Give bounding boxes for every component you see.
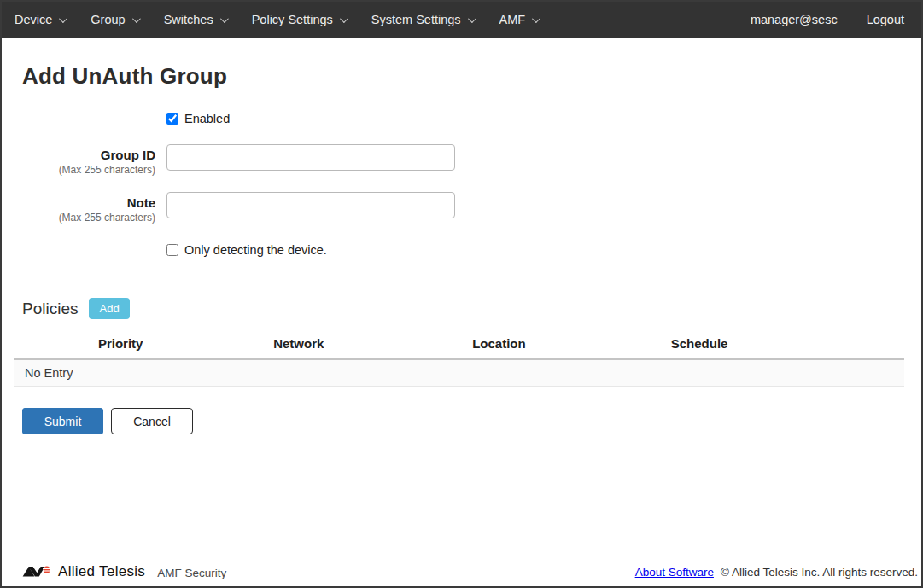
note-label-block: Note (Max 255 characters) bbox=[22, 192, 155, 224]
enabled-row: Enabled bbox=[166, 112, 921, 125]
nav-item-label: Policy Settings bbox=[252, 13, 333, 26]
top-navbar: Device Group Switches Policy Settings Sy… bbox=[2, 2, 921, 38]
column-header-location: Location bbox=[370, 329, 628, 359]
logout-button[interactable]: Logout bbox=[867, 13, 909, 26]
column-header-network: Network bbox=[227, 329, 370, 359]
chevron-down-icon bbox=[532, 15, 540, 23]
cancel-button[interactable]: Cancel bbox=[111, 408, 193, 434]
page-title: Add UnAuth Group bbox=[22, 63, 921, 90]
note-input[interactable] bbox=[166, 192, 455, 218]
nav-item-system-settings[interactable]: System Settings bbox=[359, 2, 487, 38]
nav-item-amf[interactable]: AMF bbox=[487, 2, 552, 38]
only-detecting-row: Only detecting the device. bbox=[166, 243, 921, 257]
add-policy-button[interactable]: Add bbox=[89, 298, 129, 319]
chevron-down-icon bbox=[59, 15, 67, 23]
note-hint: (Max 255 characters) bbox=[22, 211, 155, 224]
nav-item-label: Group bbox=[91, 13, 125, 26]
allied-telesis-logo-icon bbox=[22, 563, 53, 580]
note-label: Note bbox=[22, 195, 155, 211]
footer-links: About Software © Allied Telesis Inc. All… bbox=[635, 566, 918, 579]
nav-item-device[interactable]: Device bbox=[2, 2, 78, 38]
enabled-checkbox[interactable] bbox=[166, 113, 178, 125]
submit-button[interactable]: Submit bbox=[22, 408, 103, 434]
chevron-down-icon bbox=[220, 15, 229, 23]
no-entry-cell: No Entry bbox=[14, 359, 904, 387]
form-actions: Submit Cancel bbox=[22, 408, 921, 434]
unauth-group-form: Enabled Group ID (Max 255 characters) No… bbox=[22, 112, 921, 257]
product-name: AMF Security bbox=[157, 564, 226, 579]
group-id-hint: (Max 255 characters) bbox=[22, 163, 155, 177]
page-footer: Allied Telesis AMF Security About Softwa… bbox=[2, 559, 921, 586]
column-header-schedule: Schedule bbox=[628, 329, 771, 359]
nav-item-label: Device bbox=[15, 13, 52, 26]
navbar-menu: Device Group Switches Policy Settings Sy… bbox=[2, 2, 551, 38]
policies-table: Priority Network Location Schedule No En… bbox=[14, 329, 904, 387]
policies-section-header: Policies Add bbox=[22, 298, 921, 319]
enabled-label[interactable]: Enabled bbox=[184, 112, 230, 125]
table-empty-row: No Entry bbox=[14, 359, 904, 387]
nav-item-switches[interactable]: Switches bbox=[151, 2, 239, 38]
nav-item-group[interactable]: Group bbox=[78, 2, 150, 38]
nav-item-label: AMF bbox=[499, 13, 526, 26]
only-detecting-checkbox[interactable] bbox=[166, 244, 178, 256]
group-id-label-block: Group ID (Max 255 characters) bbox=[22, 144, 155, 177]
nav-item-label: System Settings bbox=[371, 13, 461, 26]
group-id-label: Group ID bbox=[22, 148, 155, 163]
column-header-priority: Priority bbox=[14, 329, 227, 359]
group-id-input[interactable] bbox=[166, 144, 455, 171]
nav-item-label: Switches bbox=[164, 13, 213, 26]
column-header-actions bbox=[771, 329, 904, 359]
only-detecting-label[interactable]: Only detecting the device. bbox=[184, 243, 327, 257]
nav-item-policy-settings[interactable]: Policy Settings bbox=[239, 2, 359, 38]
footer-brand: Allied Telesis AMF Security bbox=[22, 563, 226, 580]
policies-heading: Policies bbox=[22, 300, 78, 318]
copyright-text: © Allied Telesis Inc. All rights reserve… bbox=[721, 566, 918, 579]
policies-table-header-row: Priority Network Location Schedule bbox=[14, 329, 904, 359]
logged-in-user: manager@sesc bbox=[751, 13, 838, 26]
main-content: Add UnAuth Group Enabled Group ID (Max 2… bbox=[2, 63, 921, 434]
chevron-down-icon bbox=[132, 15, 141, 23]
brand-name: Allied Telesis bbox=[58, 563, 145, 580]
chevron-down-icon bbox=[340, 15, 348, 23]
chevron-down-icon bbox=[468, 15, 476, 23]
about-software-link[interactable]: About Software bbox=[635, 566, 714, 579]
navbar-right: manager@sesc Logout bbox=[751, 13, 909, 26]
